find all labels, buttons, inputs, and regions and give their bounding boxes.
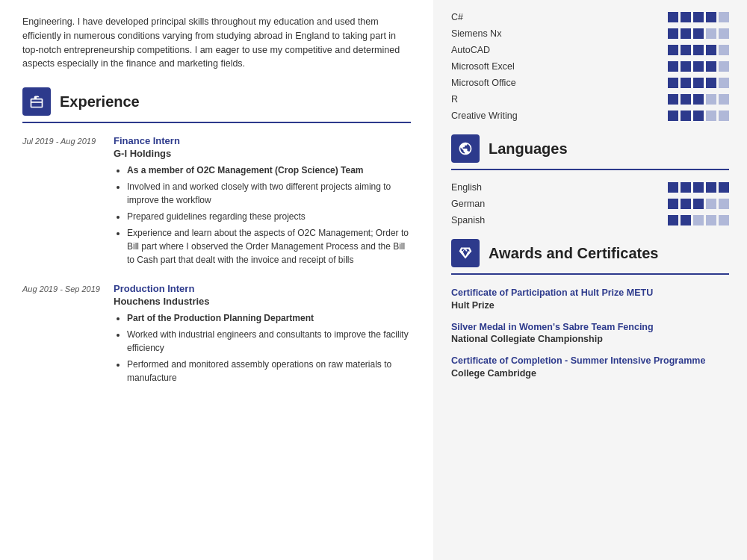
award-entry-1: Certificate of Participation at Hult Pri…: [451, 287, 729, 311]
languages-title: Languages: [489, 140, 568, 158]
dot: [668, 78, 678, 88]
lang-row-spanish: Spanish: [451, 215, 729, 225]
dot: [668, 215, 678, 225]
dot: [706, 94, 716, 105]
skill-row-office: Microsoft Office: [451, 78, 729, 88]
dot: [706, 199, 716, 209]
dot: [681, 94, 691, 105]
briefcase-icon: [29, 94, 44, 109]
lang-name: Spanish: [451, 215, 548, 225]
skill-name: Creative Writing: [451, 111, 548, 121]
exp-title-2: Production Intern: [114, 283, 411, 294]
lang-name: English: [451, 182, 548, 193]
right-column: C# Siemens Nx: [433, 0, 747, 560]
skill-row-csharp: C#: [451, 12, 729, 22]
dot: [681, 45, 691, 55]
skill-row-autocad: AutoCAD: [451, 45, 729, 55]
dot: [693, 215, 704, 225]
dot: [719, 45, 729, 55]
exp-content-1: Finance Intern G-I Holdings As a member …: [114, 135, 411, 270]
lang-dots: [668, 199, 729, 209]
dot: [706, 111, 716, 121]
left-column: Engineering. I have developed principal …: [0, 0, 433, 560]
dot: [693, 61, 704, 72]
bullet-item: Performed and monitored assembly operati…: [127, 358, 411, 385]
exp-date-1: Jul 2019 - Aug 2019: [22, 135, 105, 270]
skill-name: AutoCAD: [451, 45, 548, 55]
skill-name: Microsoft Excel: [451, 61, 548, 72]
lang-row-english: English: [451, 182, 729, 193]
award-title-1: Certificate of Participation at Hult Pri…: [451, 287, 729, 300]
dot: [681, 12, 691, 22]
award-entry-3: Certificate of Completion - Summer Inten…: [451, 355, 729, 379]
dot: [693, 199, 704, 209]
dot: [668, 45, 678, 55]
skill-name: R: [451, 94, 548, 105]
dot: [719, 199, 729, 209]
skill-row-siemens: Siemens Nx: [451, 28, 729, 39]
languages-section: Languages English German: [451, 134, 729, 225]
bullet-item: As a member of O2C Management (Crop Scie…: [127, 164, 411, 177]
lang-row-german: German: [451, 199, 729, 209]
exp-company-2: Houchens Industries: [114, 296, 411, 307]
skill-dots: [668, 94, 729, 105]
experience-title: Experience: [60, 93, 140, 111]
experience-icon: [22, 87, 51, 116]
dot: [668, 12, 678, 22]
dot: [681, 111, 691, 121]
dot: [681, 28, 691, 39]
dot: [706, 45, 716, 55]
exp-bullets-1: As a member of O2C Management (Crop Scie…: [114, 164, 411, 267]
skill-row-excel: Microsoft Excel: [451, 61, 729, 72]
dot: [668, 94, 678, 105]
dot: [693, 78, 704, 88]
globe-icon: [458, 141, 473, 156]
award-entry-2: Silver Medal in Women's Sabre Team Fenci…: [451, 321, 729, 345]
exp-date-2: Aug 2019 - Sep 2019: [22, 283, 105, 388]
page-container: Engineering. I have developed principal …: [0, 0, 747, 560]
exp-entry-2: Aug 2019 - Sep 2019 Production Intern Ho…: [22, 283, 411, 388]
dot: [681, 199, 691, 209]
languages-icon: [451, 134, 480, 163]
award-org-2: National Collegiate Championship: [451, 334, 729, 344]
skill-dots: [668, 45, 729, 55]
dot: [668, 182, 678, 193]
dot: [668, 28, 678, 39]
exp-title-1: Finance Intern: [114, 135, 411, 146]
awards-header: Awards and Certificates: [451, 239, 729, 267]
lang-dots: [668, 215, 729, 225]
dot: [719, 78, 729, 88]
diamond-icon: [458, 246, 473, 261]
dot: [706, 78, 716, 88]
dot: [693, 111, 704, 121]
dot: [668, 61, 678, 72]
dot: [719, 94, 729, 105]
dot: [706, 12, 716, 22]
skill-dots: [668, 12, 729, 22]
dot: [706, 28, 716, 39]
lang-name: German: [451, 199, 548, 209]
awards-icon: [451, 239, 480, 267]
skill-dots: [668, 78, 729, 88]
exp-content-2: Production Intern Houchens Industries Pa…: [114, 283, 411, 388]
dot: [681, 182, 691, 193]
award-title-2: Silver Medal in Women's Sabre Team Fenci…: [451, 321, 729, 335]
skill-name: Microsoft Office: [451, 78, 548, 88]
dot: [719, 28, 729, 39]
dot: [719, 12, 729, 22]
skill-dots: [668, 111, 729, 121]
skill-dots: [668, 61, 729, 72]
languages-divider: [451, 169, 729, 170]
bullet-item: Involved in and worked closely with two …: [127, 180, 411, 207]
awards-section: Awards and Certificates Certificate of P…: [451, 239, 729, 379]
award-org-1: Hult Prize: [451, 300, 729, 311]
dot: [719, 61, 729, 72]
awards-divider: [451, 273, 729, 275]
bullet-item: Worked with industrial engineers and con…: [127, 328, 411, 355]
languages-header: Languages: [451, 134, 729, 163]
intro-text: Engineering. I have developed principal …: [22, 15, 411, 71]
dot: [681, 78, 691, 88]
skill-row-writing: Creative Writing: [451, 111, 729, 121]
experience-header: Experience: [22, 87, 411, 116]
lang-dots: [668, 182, 729, 193]
